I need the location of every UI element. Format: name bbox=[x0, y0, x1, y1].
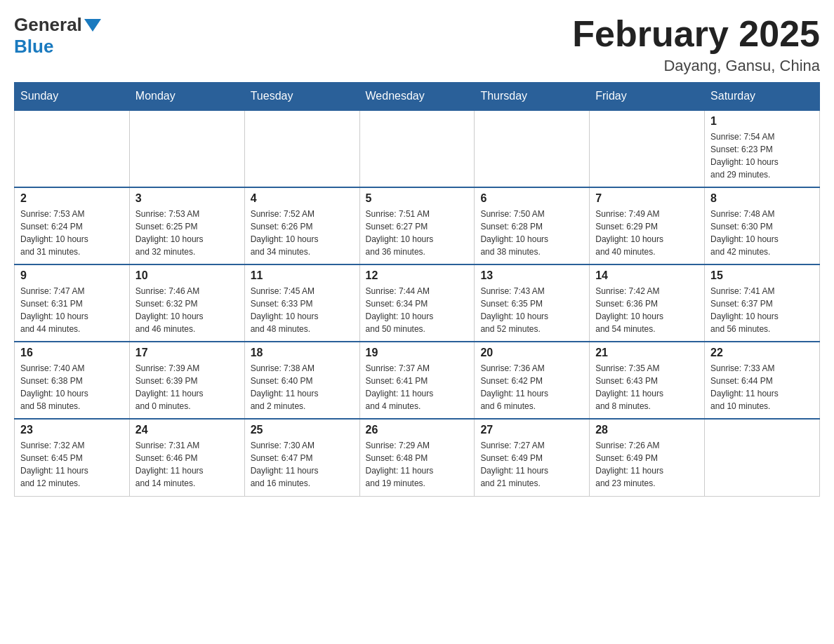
day-info: Sunrise: 7:38 AMSunset: 6:40 PMDaylight:… bbox=[251, 362, 354, 412]
calendar-cell: 28Sunrise: 7:26 AMSunset: 6:49 PMDayligh… bbox=[590, 419, 705, 496]
calendar-week-2: 2Sunrise: 7:53 AMSunset: 6:24 PMDaylight… bbox=[15, 187, 820, 264]
day-info: Sunrise: 7:53 AMSunset: 6:24 PMDaylight:… bbox=[20, 208, 124, 258]
calendar-header-row: SundayMondayTuesdayWednesdayThursdayFrid… bbox=[15, 83, 820, 111]
calendar-cell: 16Sunrise: 7:40 AMSunset: 6:38 PMDayligh… bbox=[15, 342, 130, 419]
day-info: Sunrise: 7:41 AMSunset: 6:37 PMDaylight:… bbox=[710, 285, 814, 335]
calendar-cell: 7Sunrise: 7:49 AMSunset: 6:29 PMDaylight… bbox=[590, 187, 705, 264]
logo-triangle-icon bbox=[84, 19, 101, 32]
calendar-cell: 5Sunrise: 7:51 AMSunset: 6:27 PMDaylight… bbox=[359, 187, 475, 264]
calendar-cell: 9Sunrise: 7:47 AMSunset: 6:31 PMDaylight… bbox=[15, 264, 130, 342]
calendar-cell bbox=[15, 110, 130, 187]
day-number: 14 bbox=[595, 269, 699, 282]
day-info: Sunrise: 7:45 AMSunset: 6:33 PMDaylight:… bbox=[251, 285, 354, 335]
calendar-cell: 22Sunrise: 7:33 AMSunset: 6:44 PMDayligh… bbox=[705, 342, 820, 419]
calendar-cell: 3Sunrise: 7:53 AMSunset: 6:25 PMDaylight… bbox=[129, 187, 244, 264]
day-info: Sunrise: 7:42 AMSunset: 6:36 PMDaylight:… bbox=[595, 285, 699, 335]
calendar-cell: 20Sunrise: 7:36 AMSunset: 6:42 PMDayligh… bbox=[475, 342, 590, 419]
calendar-header-tuesday: Tuesday bbox=[244, 83, 359, 111]
day-number: 22 bbox=[710, 347, 814, 359]
calendar-header-thursday: Thursday bbox=[475, 83, 590, 111]
day-number: 16 bbox=[20, 347, 124, 359]
day-number: 5 bbox=[366, 192, 469, 205]
day-info: Sunrise: 7:35 AMSunset: 6:43 PMDaylight:… bbox=[595, 362, 699, 412]
logo: General Blue bbox=[14, 14, 103, 58]
day-number: 28 bbox=[595, 424, 699, 436]
day-number: 26 bbox=[366, 424, 469, 436]
day-number: 21 bbox=[595, 347, 699, 359]
calendar-cell: 23Sunrise: 7:32 AMSunset: 6:45 PMDayligh… bbox=[15, 419, 130, 496]
logo-blue-text: Blue bbox=[14, 36, 53, 57]
day-info: Sunrise: 7:26 AMSunset: 6:49 PMDaylight:… bbox=[595, 439, 699, 490]
day-info: Sunrise: 7:53 AMSunset: 6:25 PMDaylight:… bbox=[135, 208, 239, 258]
calendar-cell: 4Sunrise: 7:52 AMSunset: 6:26 PMDaylight… bbox=[244, 187, 359, 264]
calendar-header-sunday: Sunday bbox=[15, 83, 130, 111]
day-info: Sunrise: 7:51 AMSunset: 6:27 PMDaylight:… bbox=[366, 208, 469, 258]
calendar-cell: 1Sunrise: 7:54 AMSunset: 6:23 PMDaylight… bbox=[705, 110, 820, 187]
day-info: Sunrise: 7:39 AMSunset: 6:39 PMDaylight:… bbox=[135, 362, 239, 412]
day-info: Sunrise: 7:46 AMSunset: 6:32 PMDaylight:… bbox=[135, 285, 239, 335]
day-number: 9 bbox=[20, 269, 124, 282]
page-header: General Blue February 2025 Dayang, Gansu… bbox=[14, 14, 820, 75]
month-title: February 2025 bbox=[572, 14, 820, 54]
day-number: 3 bbox=[135, 192, 239, 205]
calendar-week-5: 23Sunrise: 7:32 AMSunset: 6:45 PMDayligh… bbox=[15, 419, 820, 496]
day-number: 1 bbox=[710, 115, 814, 128]
logo-general-text: General bbox=[14, 14, 82, 36]
day-number: 4 bbox=[251, 192, 354, 205]
calendar-week-1: 1Sunrise: 7:54 AMSunset: 6:23 PMDaylight… bbox=[15, 110, 820, 187]
calendar-table: SundayMondayTuesdayWednesdayThursdayFrid… bbox=[14, 82, 820, 497]
day-number: 6 bbox=[480, 192, 583, 205]
calendar-cell: 13Sunrise: 7:43 AMSunset: 6:35 PMDayligh… bbox=[475, 264, 590, 342]
calendar-cell bbox=[129, 110, 244, 187]
day-number: 24 bbox=[135, 424, 239, 436]
day-number: 7 bbox=[595, 192, 699, 205]
day-info: Sunrise: 7:50 AMSunset: 6:28 PMDaylight:… bbox=[480, 208, 583, 258]
day-info: Sunrise: 7:29 AMSunset: 6:48 PMDaylight:… bbox=[366, 439, 469, 490]
calendar-cell bbox=[590, 110, 705, 187]
day-number: 2 bbox=[20, 192, 124, 205]
calendar-header-saturday: Saturday bbox=[705, 83, 820, 111]
calendar-week-3: 9Sunrise: 7:47 AMSunset: 6:31 PMDaylight… bbox=[15, 264, 820, 342]
day-number: 23 bbox=[20, 424, 124, 436]
day-info: Sunrise: 7:33 AMSunset: 6:44 PMDaylight:… bbox=[710, 362, 814, 412]
calendar-cell: 14Sunrise: 7:42 AMSunset: 6:36 PMDayligh… bbox=[590, 264, 705, 342]
day-info: Sunrise: 7:52 AMSunset: 6:26 PMDaylight:… bbox=[251, 208, 354, 258]
calendar-cell: 6Sunrise: 7:50 AMSunset: 6:28 PMDaylight… bbox=[475, 187, 590, 264]
day-info: Sunrise: 7:31 AMSunset: 6:46 PMDaylight:… bbox=[135, 439, 239, 490]
day-info: Sunrise: 7:30 AMSunset: 6:47 PMDaylight:… bbox=[251, 439, 354, 490]
day-number: 19 bbox=[366, 347, 469, 359]
day-number: 8 bbox=[710, 192, 814, 205]
calendar-cell: 8Sunrise: 7:48 AMSunset: 6:30 PMDaylight… bbox=[705, 187, 820, 264]
calendar-cell bbox=[475, 110, 590, 187]
title-section: February 2025 Dayang, Gansu, China bbox=[572, 14, 820, 75]
day-number: 17 bbox=[135, 347, 239, 359]
day-info: Sunrise: 7:40 AMSunset: 6:38 PMDaylight:… bbox=[20, 362, 124, 412]
day-number: 12 bbox=[366, 269, 469, 282]
day-info: Sunrise: 7:43 AMSunset: 6:35 PMDaylight:… bbox=[480, 285, 583, 335]
day-info: Sunrise: 7:48 AMSunset: 6:30 PMDaylight:… bbox=[710, 208, 814, 258]
day-number: 25 bbox=[251, 424, 354, 436]
calendar-cell: 2Sunrise: 7:53 AMSunset: 6:24 PMDaylight… bbox=[15, 187, 130, 264]
calendar-cell: 25Sunrise: 7:30 AMSunset: 6:47 PMDayligh… bbox=[244, 419, 359, 496]
calendar-header-wednesday: Wednesday bbox=[359, 83, 475, 111]
calendar-cell bbox=[244, 110, 359, 187]
calendar-header-monday: Monday bbox=[129, 83, 244, 111]
calendar-cell bbox=[359, 110, 475, 187]
day-info: Sunrise: 7:44 AMSunset: 6:34 PMDaylight:… bbox=[366, 285, 469, 335]
calendar-cell bbox=[705, 419, 820, 496]
day-info: Sunrise: 7:49 AMSunset: 6:29 PMDaylight:… bbox=[595, 208, 699, 258]
calendar-cell: 24Sunrise: 7:31 AMSunset: 6:46 PMDayligh… bbox=[129, 419, 244, 496]
day-number: 27 bbox=[480, 424, 583, 436]
calendar-header-friday: Friday bbox=[590, 83, 705, 111]
day-number: 10 bbox=[135, 269, 239, 282]
calendar-cell: 17Sunrise: 7:39 AMSunset: 6:39 PMDayligh… bbox=[129, 342, 244, 419]
calendar-cell: 21Sunrise: 7:35 AMSunset: 6:43 PMDayligh… bbox=[590, 342, 705, 419]
calendar-cell: 19Sunrise: 7:37 AMSunset: 6:41 PMDayligh… bbox=[359, 342, 475, 419]
calendar-cell: 15Sunrise: 7:41 AMSunset: 6:37 PMDayligh… bbox=[705, 264, 820, 342]
day-info: Sunrise: 7:47 AMSunset: 6:31 PMDaylight:… bbox=[20, 285, 124, 335]
day-number: 15 bbox=[710, 269, 814, 282]
calendar-cell: 12Sunrise: 7:44 AMSunset: 6:34 PMDayligh… bbox=[359, 264, 475, 342]
day-info: Sunrise: 7:27 AMSunset: 6:49 PMDaylight:… bbox=[480, 439, 583, 490]
day-info: Sunrise: 7:37 AMSunset: 6:41 PMDaylight:… bbox=[366, 362, 469, 412]
calendar-cell: 27Sunrise: 7:27 AMSunset: 6:49 PMDayligh… bbox=[475, 419, 590, 496]
